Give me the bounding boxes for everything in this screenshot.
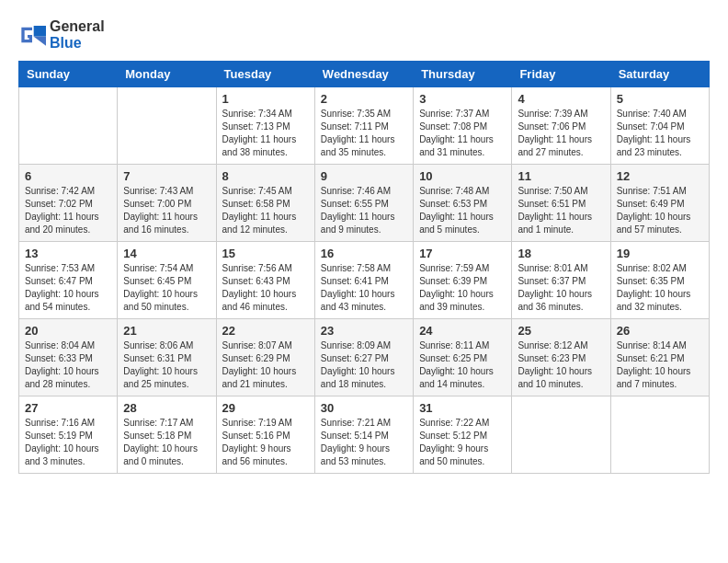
day-info: Sunrise: 7:46 AM Sunset: 6:55 PM Dayligh…	[321, 185, 407, 236]
day-info: Sunrise: 8:12 AM Sunset: 6:23 PM Dayligh…	[518, 339, 604, 391]
day-info: Sunrise: 8:01 AM Sunset: 6:37 PM Dayligh…	[518, 262, 604, 314]
day-info: Sunrise: 7:43 AM Sunset: 7:00 PM Dayligh…	[123, 185, 210, 236]
day-info: Sunrise: 7:48 AM Sunset: 6:53 PM Dayligh…	[419, 185, 506, 236]
day-info: Sunrise: 7:34 AM Sunset: 7:13 PM Dayligh…	[222, 108, 309, 159]
day-number: 13	[25, 247, 111, 260]
day-number: 7	[123, 169, 210, 183]
day-number: 30	[321, 401, 407, 415]
day-number: 9	[321, 169, 407, 183]
calendar-cell: 30Sunrise: 7:21 AM Sunset: 5:14 PM Dayli…	[314, 396, 413, 474]
calendar-cell	[118, 87, 216, 165]
weekday-header-sunday: Sunday	[19, 62, 118, 87]
weekday-header-friday: Friday	[512, 62, 610, 87]
day-info: Sunrise: 7:53 AM Sunset: 6:47 PM Dayligh…	[25, 262, 111, 314]
calendar-cell: 13Sunrise: 7:53 AM Sunset: 6:47 PM Dayli…	[19, 242, 118, 319]
calendar-cell	[19, 87, 118, 165]
day-number: 15	[222, 247, 309, 260]
weekday-header-monday: Monday	[118, 62, 216, 87]
calendar-cell: 18Sunrise: 8:01 AM Sunset: 6:37 PM Dayli…	[512, 242, 610, 319]
day-info: Sunrise: 7:56 AM Sunset: 6:43 PM Dayligh…	[222, 262, 309, 314]
week-row-2: 6Sunrise: 7:42 AM Sunset: 7:02 PM Daylig…	[19, 165, 710, 242]
day-info: Sunrise: 7:17 AM Sunset: 5:18 PM Dayligh…	[123, 417, 210, 468]
day-info: Sunrise: 7:58 AM Sunset: 6:41 PM Dayligh…	[321, 262, 407, 314]
day-number: 26	[617, 324, 703, 338]
calendar-cell: 19Sunrise: 8:02 AM Sunset: 6:35 PM Dayli…	[610, 242, 709, 319]
calendar-cell: 15Sunrise: 7:56 AM Sunset: 6:43 PM Dayli…	[216, 242, 314, 319]
day-number: 21	[123, 324, 210, 338]
weekday-header-row: SundayMondayTuesdayWednesdayThursdayFrid…	[19, 62, 710, 87]
calendar-cell: 5Sunrise: 7:40 AM Sunset: 7:04 PM Daylig…	[610, 87, 709, 165]
day-number: 6	[25, 169, 111, 183]
day-number: 27	[25, 401, 111, 415]
day-info: Sunrise: 7:35 AM Sunset: 7:11 PM Dayligh…	[321, 108, 407, 159]
day-info: Sunrise: 8:06 AM Sunset: 6:31 PM Dayligh…	[123, 339, 210, 391]
day-number: 5	[617, 92, 703, 106]
calendar-table: SundayMondayTuesdayWednesdayThursdayFrid…	[18, 61, 710, 474]
calendar-cell: 3Sunrise: 7:37 AM Sunset: 7:08 PM Daylig…	[414, 87, 512, 165]
day-number: 20	[25, 324, 111, 338]
calendar-cell: 27Sunrise: 7:16 AM Sunset: 5:19 PM Dayli…	[19, 396, 118, 474]
day-number: 19	[617, 247, 703, 260]
calendar-cell: 16Sunrise: 7:58 AM Sunset: 6:41 PM Dayli…	[314, 242, 413, 319]
day-number: 3	[419, 92, 506, 106]
weekday-header-tuesday: Tuesday	[216, 62, 314, 87]
calendar-cell: 23Sunrise: 8:09 AM Sunset: 6:27 PM Dayli…	[314, 319, 413, 396]
day-number: 4	[518, 92, 604, 106]
svg-marker-1	[34, 26, 46, 37]
day-number: 14	[123, 247, 210, 260]
calendar-cell: 22Sunrise: 8:07 AM Sunset: 6:29 PM Dayli…	[216, 319, 314, 396]
week-row-5: 27Sunrise: 7:16 AM Sunset: 5:19 PM Dayli…	[19, 396, 710, 474]
calendar-cell: 14Sunrise: 7:54 AM Sunset: 6:45 PM Dayli…	[118, 242, 216, 319]
calendar-cell	[512, 396, 610, 474]
day-info: Sunrise: 7:50 AM Sunset: 6:51 PM Dayligh…	[518, 185, 604, 236]
calendar-cell: 26Sunrise: 8:14 AM Sunset: 6:21 PM Dayli…	[610, 319, 709, 396]
day-info: Sunrise: 7:16 AM Sunset: 5:19 PM Dayligh…	[25, 417, 111, 468]
logo-icon	[18, 24, 46, 46]
calendar-cell: 7Sunrise: 7:43 AM Sunset: 7:00 PM Daylig…	[118, 165, 216, 242]
calendar-cell: 24Sunrise: 8:11 AM Sunset: 6:25 PM Dayli…	[414, 319, 512, 396]
day-info: Sunrise: 7:42 AM Sunset: 7:02 PM Dayligh…	[25, 185, 111, 236]
calendar-cell: 28Sunrise: 7:17 AM Sunset: 5:18 PM Dayli…	[118, 396, 216, 474]
day-info: Sunrise: 7:54 AM Sunset: 6:45 PM Dayligh…	[123, 262, 210, 314]
day-info: Sunrise: 8:04 AM Sunset: 6:33 PM Dayligh…	[25, 339, 111, 391]
day-info: Sunrise: 7:59 AM Sunset: 6:39 PM Dayligh…	[419, 262, 506, 314]
calendar-cell: 21Sunrise: 8:06 AM Sunset: 6:31 PM Dayli…	[118, 319, 216, 396]
day-number: 31	[419, 401, 506, 415]
calendar-cell: 31Sunrise: 7:22 AM Sunset: 5:12 PM Dayli…	[414, 396, 512, 474]
week-row-3: 13Sunrise: 7:53 AM Sunset: 6:47 PM Dayli…	[19, 242, 710, 319]
calendar-cell: 9Sunrise: 7:46 AM Sunset: 6:55 PM Daylig…	[314, 165, 413, 242]
logo: General Blue	[18, 18, 105, 52]
day-info: Sunrise: 7:45 AM Sunset: 6:58 PM Dayligh…	[222, 185, 309, 236]
calendar-cell: 11Sunrise: 7:50 AM Sunset: 6:51 PM Dayli…	[512, 165, 610, 242]
calendar-cell: 2Sunrise: 7:35 AM Sunset: 7:11 PM Daylig…	[314, 87, 413, 165]
day-info: Sunrise: 7:22 AM Sunset: 5:12 PM Dayligh…	[419, 417, 506, 468]
day-number: 2	[321, 92, 407, 106]
calendar-cell: 25Sunrise: 8:12 AM Sunset: 6:23 PM Dayli…	[512, 319, 610, 396]
day-number: 18	[518, 247, 604, 260]
day-number: 16	[321, 247, 407, 260]
day-number: 10	[419, 169, 506, 183]
calendar-cell: 1Sunrise: 7:34 AM Sunset: 7:13 PM Daylig…	[216, 87, 314, 165]
day-number: 23	[321, 324, 407, 338]
weekday-header-saturday: Saturday	[610, 62, 709, 87]
day-info: Sunrise: 8:07 AM Sunset: 6:29 PM Dayligh…	[222, 339, 309, 391]
day-info: Sunrise: 8:09 AM Sunset: 6:27 PM Dayligh…	[321, 339, 407, 391]
day-info: Sunrise: 7:51 AM Sunset: 6:49 PM Dayligh…	[617, 185, 703, 236]
day-info: Sunrise: 7:19 AM Sunset: 5:16 PM Dayligh…	[222, 417, 309, 468]
logo-general: General	[50, 18, 105, 34]
calendar-cell: 8Sunrise: 7:45 AM Sunset: 6:58 PM Daylig…	[216, 165, 314, 242]
day-info: Sunrise: 7:21 AM Sunset: 5:14 PM Dayligh…	[321, 417, 407, 468]
day-number: 17	[419, 247, 506, 260]
calendar-cell: 17Sunrise: 7:59 AM Sunset: 6:39 PM Dayli…	[414, 242, 512, 319]
calendar-cell: 20Sunrise: 8:04 AM Sunset: 6:33 PM Dayli…	[19, 319, 118, 396]
day-info: Sunrise: 7:37 AM Sunset: 7:08 PM Dayligh…	[419, 108, 506, 159]
day-number: 29	[222, 401, 309, 415]
day-number: 11	[518, 169, 604, 183]
day-number: 8	[222, 169, 309, 183]
calendar-cell: 4Sunrise: 7:39 AM Sunset: 7:06 PM Daylig…	[512, 87, 610, 165]
day-info: Sunrise: 7:40 AM Sunset: 7:04 PM Dayligh…	[617, 108, 703, 159]
calendar-cell: 6Sunrise: 7:42 AM Sunset: 7:02 PM Daylig…	[19, 165, 118, 242]
calendar-cell: 29Sunrise: 7:19 AM Sunset: 5:16 PM Dayli…	[216, 396, 314, 474]
calendar-cell: 10Sunrise: 7:48 AM Sunset: 6:53 PM Dayli…	[414, 165, 512, 242]
day-number: 22	[222, 324, 309, 338]
